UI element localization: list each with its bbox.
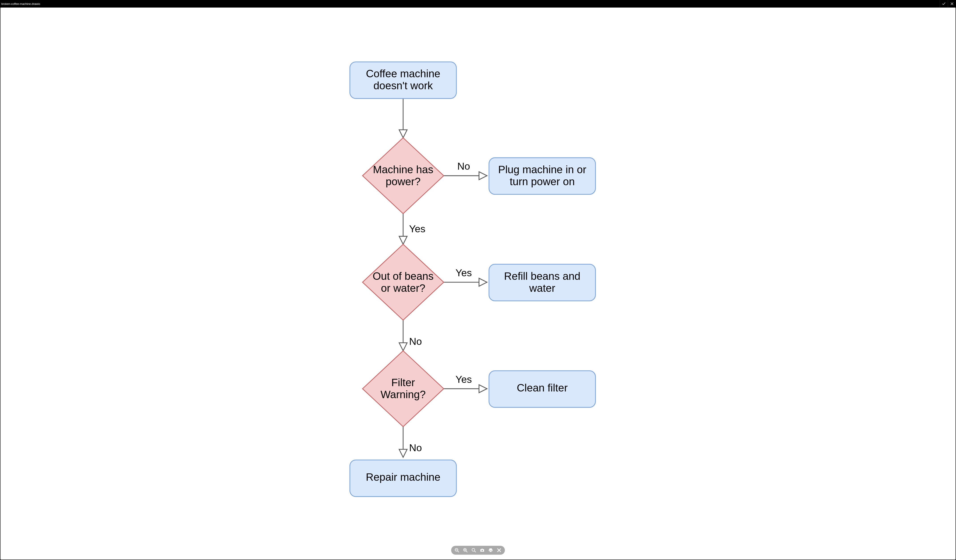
arrowhead-icon bbox=[479, 278, 487, 286]
edge-label-filter-no: No bbox=[409, 442, 422, 453]
zoom-fit-button[interactable] bbox=[471, 547, 476, 553]
print-icon bbox=[488, 548, 493, 553]
titlebar: broken-coffee-machine.drawio bbox=[0, 0, 956, 8]
node-refill-text-l1: Refill beans and bbox=[504, 270, 580, 282]
arrowhead-icon bbox=[399, 236, 407, 244]
confirm-button[interactable] bbox=[940, 0, 948, 8]
svg-point-9 bbox=[481, 550, 483, 551]
close-viewer-button[interactable] bbox=[497, 547, 502, 553]
zoom-out-icon bbox=[454, 548, 459, 553]
node-start-text-l2: doesn't work bbox=[373, 80, 433, 91]
camera-icon bbox=[480, 548, 485, 553]
titlebar-filename: broken-coffee-machine.drawio bbox=[0, 2, 940, 6]
diagram-canvas[interactable]: No Yes Yes No Yes No Coffee machine does… bbox=[0, 8, 956, 560]
edge-label-beans-yes: Yes bbox=[456, 267, 472, 278]
arrowhead-icon bbox=[479, 171, 487, 179]
arrowhead-icon bbox=[399, 130, 407, 138]
zoom-out-button[interactable] bbox=[454, 547, 459, 553]
node-beans-text-l2: or water? bbox=[381, 282, 425, 294]
edge-label-filter-yes: Yes bbox=[456, 374, 472, 385]
arrowhead-icon bbox=[479, 385, 487, 393]
svg-line-4 bbox=[466, 551, 467, 552]
svg-line-8 bbox=[475, 551, 476, 552]
node-beans-text-l1: Out of beans bbox=[373, 270, 434, 282]
svg-rect-12 bbox=[489, 551, 492, 552]
check-icon bbox=[942, 2, 945, 6]
arrowhead-icon bbox=[399, 449, 407, 457]
magnifier-icon bbox=[471, 548, 476, 553]
node-plug-text-l1: Plug machine in or bbox=[498, 164, 586, 175]
edge-label-power-yes: Yes bbox=[409, 223, 425, 234]
arrowhead-icon bbox=[399, 343, 407, 351]
flowchart-svg: No Yes Yes No Yes No Coffee machine does… bbox=[0, 8, 956, 560]
node-filter-text-l2: Warning? bbox=[381, 389, 426, 400]
node-plug-text-l2: turn power on bbox=[510, 176, 575, 187]
svg-line-1 bbox=[458, 551, 459, 552]
node-power-text-l1: Machine has bbox=[373, 164, 433, 175]
close-x-icon bbox=[497, 548, 501, 552]
node-start-text-l1: Coffee machine bbox=[366, 68, 440, 80]
print-button[interactable] bbox=[488, 547, 493, 553]
node-power-text-l2: power? bbox=[386, 176, 420, 187]
viewer-toolbar bbox=[451, 546, 505, 555]
node-clean-text: Clean filter bbox=[517, 382, 568, 394]
zoom-in-icon bbox=[463, 548, 468, 553]
node-filter-text-l1: Filter bbox=[391, 377, 415, 389]
edge-label-beans-no: No bbox=[409, 336, 422, 347]
zoom-in-button[interactable] bbox=[463, 547, 468, 553]
node-refill-text-l2: water bbox=[529, 282, 555, 294]
close-window-button[interactable] bbox=[948, 0, 956, 8]
node-repair-text: Repair machine bbox=[366, 471, 440, 483]
edge-label-power-no: No bbox=[458, 160, 470, 172]
export-image-button[interactable] bbox=[480, 547, 485, 553]
close-icon bbox=[950, 2, 954, 5]
svg-rect-10 bbox=[489, 549, 492, 549]
